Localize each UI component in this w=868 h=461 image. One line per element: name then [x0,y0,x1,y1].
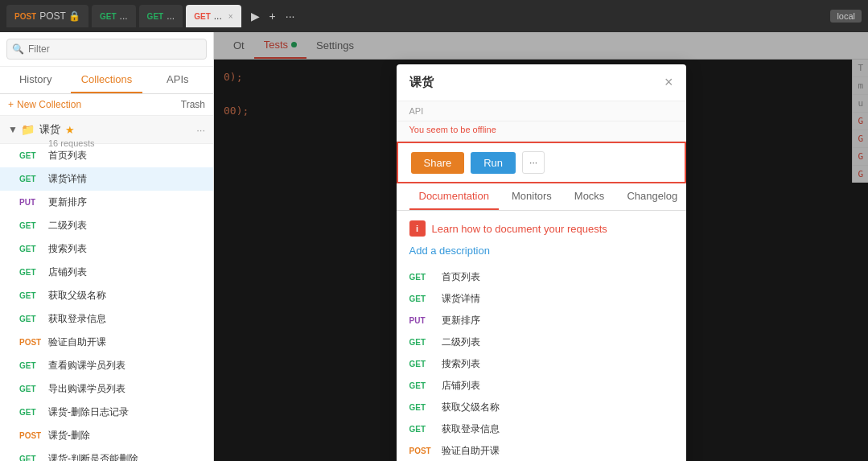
sidebar-request-item[interactable]: GET导出购课学员列表 [0,377,213,401]
tab-collections[interactable]: Collections [71,67,142,93]
modal-tab-changelog[interactable]: Changelog [617,183,687,210]
doc-method-badge: GET [409,360,442,368]
tab-post-label: POST 🔒 [39,10,80,22]
trash-button[interactable]: Trash [181,99,205,110]
request-method-badge: GET [19,268,48,277]
tab-actions: ▶ + ··· [248,8,298,24]
request-method-badge: POST [19,431,48,440]
top-bar: POST POST 🔒 GET ... GET ... GET ... × ▶ … [0,0,868,32]
doc-request-item: GET店铺列表 [409,375,673,397]
sidebar-request-item[interactable]: GET查看购课学员列表 [0,354,213,377]
sidebar-request-item[interactable]: GET课货详情 [0,167,213,191]
sidebar-request-item[interactable]: GET二级列表 [0,214,213,237]
learn-link-text: Learn how to document your requests [432,223,607,235]
request-method-badge: POST [19,338,48,347]
modal-tab-monitors[interactable]: Monitors [502,183,562,210]
sidebar-request-item[interactable]: GET课货-判断是否能删除 [0,447,213,461]
doc-request-name: 课货详情 [442,292,480,306]
learn-link[interactable]: i Learn how to document your requests [409,220,673,237]
add-tab-button[interactable]: + [266,8,279,24]
request-name: 验证自助开课 [48,335,106,349]
environment-label[interactable]: local [830,10,862,23]
modal-tab-documentation[interactable]: Documentation [409,183,499,210]
new-collection-button[interactable]: + New Collection [8,99,81,110]
tab-apis[interactable]: APIs [142,67,213,93]
sidebar-request-list: GET首页列表GET课货详情PUT更新排序GET二级列表GET搜索列表GET店铺… [0,144,213,461]
tab-get-2[interactable]: GET ... [139,5,183,27]
search-icon: 🔍 [12,43,24,55]
more-options-button[interactable]: ··· [522,151,545,174]
doc-request-item: GET首页列表 [409,266,673,288]
collection-modal: 课货 × API You seem to be offline Share Ru… [397,64,686,461]
doc-request-item: PUT更新排序 [409,310,673,331]
collection-toggle-icon[interactable]: ▼ [8,124,18,135]
request-method-badge: GET [19,385,48,393]
play-button[interactable]: ▶ [248,8,263,24]
doc-method-badge: GET [409,294,442,303]
learn-icon: i [409,220,426,237]
method-badge-get3: GET [194,12,211,21]
request-name: 更新排序 [48,196,87,209]
doc-request-item: GET搜索列表 [409,353,673,375]
collection-folder-icon: 📁 [21,123,35,136]
add-description-link[interactable]: Add a description [409,245,673,257]
modal-tab-mocks[interactable]: Mocks [565,183,615,210]
tab-get-3[interactable]: GET ... × [186,5,241,27]
doc-request-name: 获取父级名称 [442,401,500,414]
doc-method-badge: GET [409,273,442,282]
tab-close-icon[interactable]: × [228,12,233,21]
more-tabs-button[interactable]: ··· [282,8,298,24]
sidebar-actions: + New Collection Trash [0,94,213,116]
modal-overlay[interactable]: 课货 × API You seem to be offline Share Ru… [214,32,868,461]
request-method-badge: GET [19,151,48,160]
doc-request-name: 二级列表 [442,335,480,349]
request-method-badge: GET [19,221,48,230]
request-name: 二级列表 [48,219,87,233]
method-badge-post: POST [14,12,36,21]
doc-method-badge: GET [409,403,442,412]
sidebar-request-item[interactable]: GET首页列表 [0,144,213,167]
sidebar-request-item[interactable]: GET店铺列表 [0,261,213,284]
doc-request-item: POST验证自助开课 [409,440,673,461]
sidebar-request-item[interactable]: GET获取父级名称 [0,284,213,307]
doc-request-item: GET获取登录信息 [409,418,673,440]
collection-name: 课货 [39,122,60,137]
doc-method-badge: GET [409,381,442,390]
request-method-badge: GET [19,408,48,417]
method-badge-get1: GET [100,12,117,21]
sidebar-request-item[interactable]: GET搜索列表 [0,237,213,261]
doc-request-name: 搜索列表 [442,357,480,371]
request-method-badge: GET [19,361,48,370]
sidebar-request-item[interactable]: POST验证自助开课 [0,331,213,354]
tab-get-1[interactable]: GET ... [92,5,136,27]
request-name: 查看购课学员列表 [48,359,125,373]
request-name: 课货-删除日志记录 [48,405,129,419]
search-input[interactable] [6,39,207,60]
sidebar-tabs: History Collections APIs [0,67,213,94]
doc-request-name: 首页列表 [442,270,480,284]
doc-request-item: GET获取父级名称 [409,397,673,418]
run-button[interactable]: Run [471,152,516,174]
tab-post[interactable]: POST POST 🔒 [6,5,88,27]
sidebar-request-item[interactable]: PUT更新排序 [0,191,213,214]
tab-history[interactable]: History [0,67,71,93]
request-method-badge: PUT [19,198,48,207]
sidebar-request-item[interactable]: GET获取登录信息 [0,307,213,331]
collection-star-icon[interactable]: ★ [65,124,75,136]
share-button[interactable]: Share [411,152,465,174]
doc-method-badge: GET [409,338,442,347]
request-method-badge: GET [19,245,48,253]
modal-body: i Learn how to document your requests Ad… [397,211,686,461]
doc-request-item: GET二级列表 [409,331,673,353]
sidebar-request-item[interactable]: GET课货-删除日志记录 [0,401,213,424]
modal-offline-message: You seem to be offline [397,121,686,142]
modal-close-button[interactable]: × [664,74,673,91]
collection-more-button[interactable]: ··· [196,124,205,136]
doc-request-name: 验证自助开课 [442,444,500,458]
tab-get1-label: ... [120,10,128,22]
modal-title: 课货 [409,75,434,90]
doc-request-name: 获取登录信息 [442,422,500,436]
sidebar: 🔍 History Collections APIs + New Collect… [0,32,214,461]
sidebar-search-area: 🔍 [0,32,213,67]
sidebar-request-item[interactable]: POST课货-删除 [0,424,213,447]
